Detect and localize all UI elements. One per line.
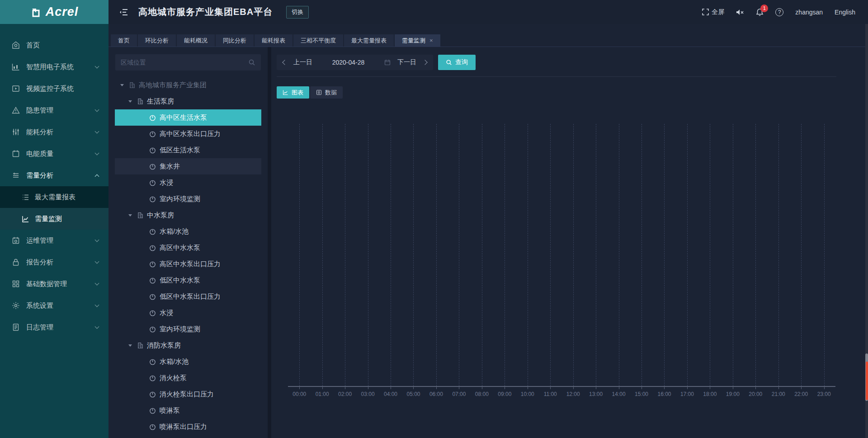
tree-leaf-label: 高中区生活水泵 bbox=[160, 113, 207, 122]
gauge-icon bbox=[149, 147, 156, 154]
notifications-bell[interactable]: 1 bbox=[756, 8, 764, 16]
tree-group-life-pump-room[interactable]: 生活泵房 bbox=[115, 93, 261, 109]
x-axis-label: 09:00 bbox=[493, 387, 516, 397]
tab-energy-overview[interactable]: 能耗概况 bbox=[177, 34, 215, 47]
tree-leaf-item[interactable]: 水浸 bbox=[115, 174, 261, 191]
tree-leaf-item[interactable]: 高中区生活水泵 bbox=[115, 109, 261, 126]
chart-view-button[interactable]: 图表 bbox=[277, 86, 309, 99]
toolbar-divider bbox=[277, 76, 836, 77]
sidebar-item-smart-power[interactable]: 智慧用电子系统 bbox=[0, 56, 108, 78]
tree-expander-icon[interactable] bbox=[128, 344, 132, 347]
tree-group-fire-pump-room[interactable]: 消防水泵房 bbox=[115, 337, 261, 353]
sidebar-item-max-demand-report[interactable]: 最大需量报表 bbox=[0, 186, 108, 208]
rows-icon bbox=[12, 171, 20, 179]
tree-leaf-item[interactable]: 室内环境监测 bbox=[115, 321, 261, 337]
query-button[interactable]: 查询 bbox=[438, 55, 476, 70]
prev-day-button[interactable]: 上一日 bbox=[293, 58, 312, 66]
tree-leaf-item[interactable]: 消火栓泵出口压力 bbox=[115, 386, 261, 402]
scrollbar-thumb-highlight[interactable] bbox=[866, 362, 868, 400]
panel-divider bbox=[268, 47, 271, 438]
gauge-icon bbox=[149, 196, 156, 203]
calendar-icon bbox=[12, 150, 20, 158]
date-input[interactable]: 2020-04-28 bbox=[319, 59, 377, 66]
gauge-icon bbox=[149, 293, 156, 300]
tab-three-phase-imbalance[interactable]: 三相不平衡度 bbox=[293, 34, 343, 47]
sidebar-item-hazard[interactable]: 隐患管理 bbox=[0, 99, 108, 121]
x-axis-label: 14:00 bbox=[607, 387, 630, 397]
tab-yoy-analysis[interactable]: 同比分析 bbox=[216, 34, 254, 47]
chart-gridline bbox=[812, 124, 835, 386]
tree-leaf-item[interactable]: 喷淋泵出口压力 bbox=[115, 419, 261, 435]
sidebar-nav: 首页 智慧用电子系统 视频监控子系统 隐患管理 能耗分析 电能质量 需量分析 最… bbox=[0, 24, 108, 438]
username[interactable]: zhangsan bbox=[795, 9, 823, 16]
chart-gridline bbox=[539, 124, 561, 386]
data-view-button[interactable]: 数据 bbox=[310, 86, 343, 99]
chart-gridline bbox=[561, 124, 584, 386]
chevron-down-icon bbox=[95, 259, 99, 264]
sidebar-item-demand-monitoring[interactable]: 需量监测 bbox=[0, 208, 108, 230]
tree-leaf-item[interactable]: 喷淋泵 bbox=[115, 402, 261, 419]
gauge-icon bbox=[149, 310, 156, 316]
chevron-down-icon bbox=[95, 107, 99, 112]
tree-leaf-item[interactable]: 高区中水水泵 bbox=[115, 240, 261, 256]
tab-home[interactable]: 首页 bbox=[111, 34, 137, 47]
tree-leaf-item[interactable]: 高中区水泵出口压力 bbox=[115, 126, 261, 142]
chart-gridline bbox=[402, 124, 425, 386]
fullscreen-button[interactable]: 全屏 bbox=[702, 8, 724, 16]
x-axis-label: 13:00 bbox=[585, 387, 607, 397]
sidebar-item-base-data[interactable]: 基础数据管理 bbox=[0, 273, 108, 295]
tree-search-input[interactable] bbox=[121, 59, 248, 66]
tree-leaf-item[interactable]: 集水井 bbox=[115, 158, 261, 174]
sidebar-item-operations[interactable]: 运维管理 bbox=[0, 230, 108, 251]
tree-leaf-item[interactable]: 高区中水泵出口压力 bbox=[115, 256, 261, 272]
x-axis-labels: 00:0001:0002:0003:0004:0005:0006:0007:00… bbox=[288, 387, 835, 397]
tree-group-reclaimed-pump-room[interactable]: 中水泵房 bbox=[115, 207, 261, 223]
calendar-icon[interactable] bbox=[384, 59, 391, 66]
switch-button[interactable]: 切换 bbox=[286, 6, 309, 19]
tab-mom-analysis[interactable]: 环比分析 bbox=[138, 34, 176, 47]
document-icon bbox=[12, 323, 20, 331]
tree-leaf-item[interactable]: 低区生活水泵 bbox=[115, 142, 261, 158]
help-icon[interactable]: ? bbox=[775, 8, 783, 16]
building-icon bbox=[128, 81, 136, 89]
language-switch[interactable]: English bbox=[835, 9, 855, 16]
tree-leaf-item[interactable]: 水箱/水池 bbox=[115, 223, 261, 240]
tab-close-icon[interactable]: × bbox=[429, 37, 433, 44]
chart-gridline bbox=[448, 124, 470, 386]
next-day-button[interactable]: 下一日 bbox=[397, 58, 416, 66]
chevron-right-icon[interactable] bbox=[422, 60, 427, 65]
menu-fold-icon[interactable] bbox=[119, 8, 128, 16]
x-axis-label: 15:00 bbox=[630, 387, 653, 397]
sidebar-item-video-monitor[interactable]: 视频监控子系统 bbox=[0, 78, 108, 99]
tab-max-demand-report[interactable]: 最大需量报表 bbox=[344, 34, 394, 47]
tab-demand-monitoring[interactable]: 需量监测 × bbox=[395, 34, 440, 47]
tree-expander-icon[interactable] bbox=[120, 84, 124, 86]
sidebar-item-log-management[interactable]: 日志管理 bbox=[0, 316, 108, 338]
tree-leaf-label: 低区中水泵出口压力 bbox=[160, 292, 221, 301]
tree-leaf-item[interactable]: 室内环境监测 bbox=[115, 191, 261, 207]
chart-gridline bbox=[379, 124, 402, 386]
search-icon[interactable] bbox=[248, 59, 255, 66]
sidebar-item-energy-analysis[interactable]: 能耗分析 bbox=[0, 121, 108, 143]
x-axis-label: 01:00 bbox=[311, 387, 333, 397]
sidebar-item-power-quality[interactable]: 电能质量 bbox=[0, 143, 108, 165]
tree-leaf-item[interactable]: 水箱/水池 bbox=[115, 353, 261, 370]
chart-plot-area bbox=[288, 124, 835, 386]
sidebar-item-system-settings[interactable]: 系统设置 bbox=[0, 295, 108, 316]
tree-expander-icon[interactable] bbox=[128, 100, 132, 103]
sliders-icon bbox=[12, 128, 20, 136]
tab-energy-report[interactable]: 能耗报表 bbox=[255, 34, 292, 47]
sidebar-item-home[interactable]: 首页 bbox=[0, 34, 108, 56]
tree-expander-icon[interactable] bbox=[128, 214, 132, 217]
tree-leaf-item[interactable]: 水浸 bbox=[115, 305, 261, 321]
chart-gridline bbox=[356, 124, 379, 386]
sidebar-item-report-analysis[interactable]: 报告分析 bbox=[0, 251, 108, 273]
demand-chart: 00:0001:0002:0003:0004:0005:0006:0007:00… bbox=[288, 124, 835, 397]
sidebar-item-demand-analysis[interactable]: 需量分析 bbox=[0, 165, 108, 186]
tree-leaf-item[interactable]: 低区中水泵出口压力 bbox=[115, 288, 261, 305]
tree-root-node[interactable]: 高地城市服务产业集团 bbox=[115, 77, 261, 93]
tree-leaf-item[interactable]: 低区中水水泵 bbox=[115, 272, 261, 288]
chevron-left-icon[interactable] bbox=[282, 60, 287, 65]
tree-leaf-item[interactable]: 消火栓泵 bbox=[115, 370, 261, 386]
mute-icon[interactable] bbox=[736, 9, 744, 16]
